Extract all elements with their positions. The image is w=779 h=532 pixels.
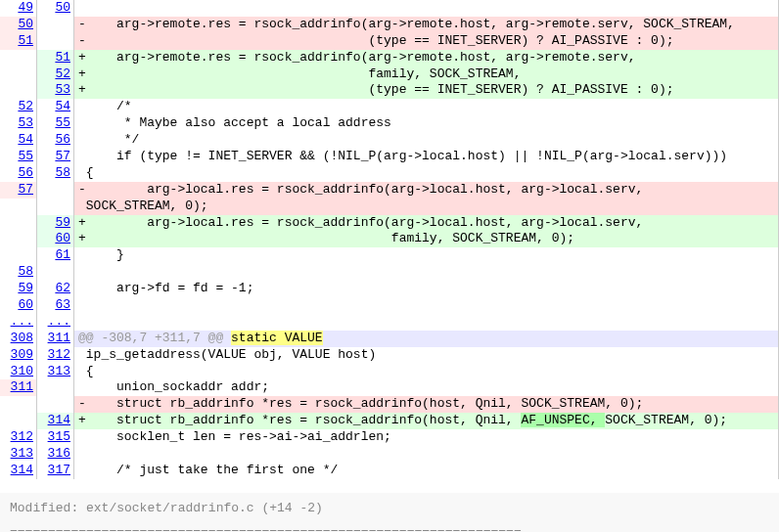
line-new[interactable]: 314 [37, 413, 74, 429]
line-new[interactable]: 51 [37, 50, 74, 66]
added-span: AF_UNSPEC, [521, 413, 605, 427]
line-link[interactable]: 52 [18, 99, 33, 113]
line-new[interactable]: 52 [37, 66, 74, 83]
line-old[interactable]: 314 [0, 463, 37, 479]
line-link[interactable]: 58 [18, 264, 33, 279]
line-new[interactable]: 55 [37, 115, 74, 132]
line-link[interactable]: 56 [55, 132, 70, 147]
diff-row: 4950 [0, 0, 779, 17]
line-old[interactable]: 310 [0, 364, 37, 380]
line-link[interactable]: 57 [55, 149, 70, 163]
line-link[interactable]: 55 [55, 115, 70, 130]
line-old[interactable]: 308 [0, 331, 37, 347]
file-header: Modified: ext/socket/raddrinfo.c (+14 -2… [0, 493, 779, 525]
line-new[interactable]: 57 [37, 149, 74, 165]
line-old [0, 50, 37, 66]
line-link[interactable]: 50 [18, 17, 33, 31]
line-link[interactable]: 53 [55, 82, 70, 97]
line-link[interactable]: 310 [11, 364, 33, 378]
line-link[interactable]: 314 [48, 413, 70, 427]
diff-content: { [74, 165, 779, 182]
line-old[interactable]: 56 [0, 165, 37, 182]
line-link[interactable]: 317 [48, 463, 70, 477]
line-link[interactable]: 53 [18, 115, 33, 130]
line-new [37, 379, 74, 396]
line-new[interactable]: 60 [37, 231, 74, 247]
line-new[interactable]: 59 [37, 215, 74, 232]
line-link[interactable]: 62 [55, 281, 70, 295]
line-link[interactable]: 54 [18, 132, 33, 147]
line-old[interactable]: 59 [0, 281, 37, 297]
line-link[interactable]: 59 [18, 281, 33, 295]
line-new[interactable]: 63 [37, 297, 74, 314]
line-new[interactable]: 317 [37, 463, 74, 479]
diff-row: 311 union_sockaddr addr; [0, 379, 779, 396]
line-old[interactable]: 55 [0, 149, 37, 165]
line-link[interactable]: 51 [18, 33, 33, 48]
line-old[interactable]: 52 [0, 99, 37, 115]
line-link[interactable]: 314 [11, 463, 33, 477]
line-link[interactable]: 55 [18, 149, 33, 163]
line-link[interactable]: 50 [55, 0, 70, 15]
line-old[interactable]: 60 [0, 297, 37, 314]
line-link[interactable]: 312 [48, 347, 70, 362]
line-old[interactable]: 313 [0, 446, 37, 463]
line-new[interactable]: 56 [37, 132, 74, 149]
line-new[interactable]: 311 [37, 331, 74, 347]
line-link[interactable]: 311 [11, 379, 33, 394]
diff-row: 314317 /* just take the first one */ [0, 463, 779, 479]
diff-content [74, 0, 779, 17]
line-new [37, 33, 74, 50]
line-link[interactable]: 309 [11, 347, 33, 362]
line-new-ellipsis[interactable]: ... [37, 314, 74, 331]
line-link[interactable]: 315 [48, 429, 70, 444]
line-link[interactable]: 313 [48, 364, 70, 378]
line-new[interactable]: 61 [37, 247, 74, 264]
line-new[interactable]: 58 [37, 165, 74, 182]
line-old[interactable]: 50 [0, 17, 37, 33]
line-new[interactable]: 315 [37, 429, 74, 446]
line-link[interactable]: 56 [18, 165, 33, 180]
line-link[interactable]: 49 [18, 0, 33, 15]
line-new[interactable]: 312 [37, 347, 74, 364]
line-old[interactable]: 58 [0, 264, 37, 281]
line-new[interactable]: 53 [37, 82, 74, 99]
line-new[interactable]: 316 [37, 446, 74, 463]
line-link[interactable]: 63 [55, 297, 70, 312]
line-new[interactable]: 62 [37, 281, 74, 297]
diff-content: if (type != INET_SERVER && (!NIL_P(arg->… [74, 149, 779, 165]
line-old[interactable]: 312 [0, 429, 37, 446]
diff-row: 5355 * Maybe also accept a local address [0, 115, 779, 132]
line-old [0, 231, 37, 247]
diff-content: - (type == INET_SERVER) ? AI_PASSIVE : 0… [74, 33, 779, 50]
line-link[interactable]: 312 [11, 429, 33, 444]
line-link[interactable]: 57 [18, 182, 33, 197]
line-link[interactable]: 59 [55, 215, 70, 230]
line-link[interactable]: 58 [55, 165, 70, 180]
diff-content: + family, SOCK_STREAM, 0); [74, 231, 779, 247]
line-old[interactable]: 54 [0, 132, 37, 149]
line-new[interactable]: 54 [37, 99, 74, 115]
line-link[interactable]: 60 [18, 297, 33, 312]
line-link[interactable]: 54 [55, 99, 70, 113]
line-link[interactable]: 60 [55, 231, 70, 245]
line-new[interactable]: 50 [37, 0, 74, 17]
diff-row: 313316 [0, 446, 779, 463]
line-link[interactable]: 61 [55, 247, 70, 262]
line-link[interactable]: 313 [11, 446, 33, 461]
line-old[interactable]: 309 [0, 347, 37, 364]
diff-content: * Maybe also accept a local address [74, 115, 779, 132]
line-old[interactable]: 311 [0, 379, 37, 396]
line-link[interactable]: 316 [48, 446, 70, 461]
line-old[interactable]: 49 [0, 0, 37, 17]
diff-row: 53+ (type == INET_SERVER) ? AI_PASSIVE :… [0, 82, 779, 99]
line-old[interactable]: 57 [0, 182, 37, 199]
diff-row: 50- arg->remote.res = rsock_addrinfo(arg… [0, 17, 779, 33]
line-new[interactable]: 313 [37, 364, 74, 380]
line-link[interactable]: 51 [55, 50, 70, 65]
line-old-ellipsis[interactable]: ... [0, 314, 37, 331]
diff-row: 312315 socklen_t len = res->ai->ai_addrl… [0, 429, 779, 446]
line-old[interactable]: 51 [0, 33, 37, 50]
line-old[interactable]: 53 [0, 115, 37, 132]
line-link[interactable]: 52 [55, 66, 70, 81]
